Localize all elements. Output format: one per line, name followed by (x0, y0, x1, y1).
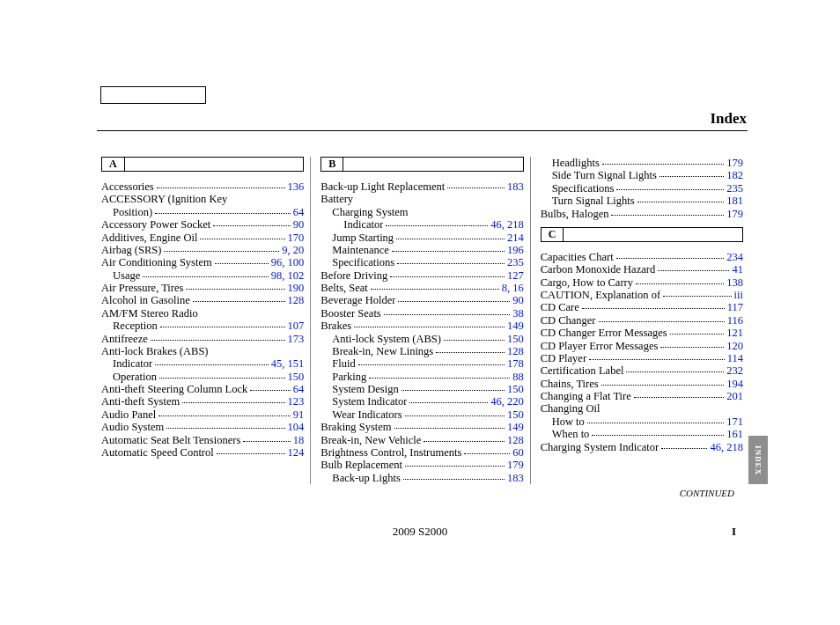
index-entry-page[interactable]: 64 (293, 206, 305, 218)
index-entry-page[interactable]: 88 (512, 371, 524, 383)
index-entry-page[interactable]: iii (734, 289, 743, 301)
index-entry-label: Automatic Seat Belt Tensioners (101, 434, 240, 446)
index-entry: Belts, Seat8, 16 (321, 282, 523, 294)
index-entry-page[interactable]: 18 (293, 434, 305, 446)
leader-dots (660, 347, 724, 348)
index-entry-page[interactable]: 171 (726, 415, 743, 428)
leader-dots (589, 359, 725, 360)
index-entry: CD Care117 (541, 301, 743, 313)
index-entry-page[interactable]: 46, 218 (490, 218, 524, 231)
index-entry-page[interactable]: 178 (507, 357, 524, 370)
leader-dots (587, 423, 724, 423)
leader-dots (250, 390, 291, 391)
index-entry-page[interactable]: 179 (507, 459, 524, 471)
index-entry-page[interactable]: 121 (726, 327, 743, 339)
index-entry-page[interactable]: 232 (726, 364, 743, 377)
index-entry-page[interactable]: 123 (288, 395, 305, 408)
index-entry-page[interactable]: 170 (288, 232, 305, 244)
index-entry: Antifreeze173 (101, 333, 304, 345)
index-entry: Indicator46, 218 (321, 218, 523, 231)
index-entry-page[interactable]: 91 (293, 408, 305, 421)
index-entry-label: Beverage Holder (321, 294, 395, 306)
index-entry-page[interactable]: 214 (507, 232, 524, 244)
leader-dots (159, 378, 285, 379)
index-entry-page[interactable]: 104 (288, 421, 305, 433)
index-entry-page[interactable]: 150 (288, 371, 305, 383)
index-entry-page[interactable]: 235 (726, 182, 743, 195)
index-entry-label: Antifreeze (101, 333, 148, 345)
index-entry-label: Additives, Engine Oil (101, 232, 197, 244)
index-entry: Before Driving127 (321, 269, 523, 282)
index-entry-page[interactable]: 96, 100 (271, 256, 305, 268)
index-entry-page[interactable]: 117 (727, 301, 743, 313)
index-entry-page[interactable]: 161 (726, 428, 743, 440)
index-entry-page[interactable]: 98, 102 (271, 269, 305, 282)
index-entry: Side Turn Signal Lights182 (541, 169, 743, 181)
index-entry-page[interactable]: 234 (726, 251, 743, 263)
index-entry-page[interactable]: 107 (288, 320, 305, 332)
index-entry-page[interactable]: 41 (732, 263, 743, 276)
leader-dots (358, 364, 505, 365)
index-entry-page[interactable]: 149 (507, 320, 524, 332)
index-entry-page[interactable]: 179 (726, 208, 743, 220)
index-entry: Air Conditioning System96, 100 (101, 256, 304, 268)
top-placeholder-box (100, 86, 206, 104)
index-entry-page[interactable]: 182 (726, 169, 743, 181)
index-entry-label: Side Turn Signal Lights (552, 169, 657, 181)
index-entry-page[interactable]: 201 (726, 390, 743, 402)
index-entry-label: System Indicator (332, 395, 407, 408)
index-entry-page[interactable]: 190 (288, 282, 305, 294)
index-entry-page[interactable]: 45, 151 (271, 357, 305, 370)
index-entry-page[interactable]: 46, 220 (490, 395, 524, 408)
index-entry-page[interactable]: 60 (512, 446, 524, 459)
index-entry-page[interactable]: 128 (507, 345, 524, 357)
index-entry: Accessory Power Socket90 (101, 218, 304, 231)
index-entry-page[interactable]: 116 (727, 314, 743, 327)
leader-dots (396, 239, 505, 239)
index-entry-page[interactable]: 150 (507, 333, 524, 345)
index-entry-page[interactable]: 181 (726, 195, 743, 207)
index-entry-page[interactable]: 114 (727, 352, 743, 364)
index-entry-page[interactable]: 173 (288, 333, 305, 345)
index-entry-page[interactable]: 150 (507, 383, 524, 395)
index-entry-page[interactable]: 124 (288, 446, 305, 459)
index-entry: Usage98, 102 (101, 269, 304, 282)
leader-dots (215, 263, 269, 264)
index-entry-page[interactable]: 9, 20 (282, 244, 304, 256)
index-entry-page[interactable]: 183 (507, 180, 524, 193)
index-entry-page[interactable]: 149 (507, 421, 524, 433)
index-entry-page[interactable]: 196 (507, 244, 524, 256)
index-entry-page[interactable]: 183 (507, 472, 524, 484)
index-entry-page[interactable]: 64 (293, 383, 305, 395)
leader-dots (626, 371, 724, 372)
leader-dots (403, 479, 505, 480)
index-entry-page[interactable]: 136 (288, 180, 305, 193)
index-entry-page[interactable]: 194 (726, 378, 743, 390)
index-entry-page[interactable]: 235 (507, 256, 524, 268)
index-entry: Beverage Holder90 (321, 294, 523, 306)
index-entry-page[interactable]: 138 (726, 276, 743, 289)
index-entry-label: Brakes (321, 320, 351, 332)
index-entry-page[interactable]: 8, 16 (502, 282, 524, 294)
index-entry-page[interactable]: 179 (726, 157, 743, 169)
index-entry: Fluid178 (321, 357, 523, 370)
page-title: Index (710, 110, 747, 128)
footer-page-number: I (732, 525, 736, 539)
index-entry-page[interactable]: 127 (507, 269, 524, 282)
index-entry-page[interactable]: 128 (507, 434, 524, 446)
index-entry-page[interactable]: 38 (512, 307, 524, 320)
index-entry-label: Position) (113, 206, 152, 218)
leader-dots (663, 296, 731, 297)
index-entry-page[interactable]: 128 (288, 294, 305, 306)
index-entry-label: Break-in, New Vehicle (321, 434, 421, 446)
index-entry-page[interactable]: 90 (512, 294, 524, 306)
index-entry-label: Headlights (552, 157, 600, 169)
index-entry: Charging System (321, 206, 523, 218)
leader-dots (392, 251, 505, 252)
index-entry-page[interactable]: 46, 218 (710, 441, 743, 453)
index-entry: Anti-theft System123 (101, 395, 304, 408)
index-entry-page[interactable]: 90 (293, 218, 305, 231)
index-entry-page[interactable]: 120 (726, 340, 743, 352)
index-entry-page[interactable]: 150 (507, 408, 524, 421)
index-entry: Cargo, How to Carry138 (541, 276, 743, 289)
